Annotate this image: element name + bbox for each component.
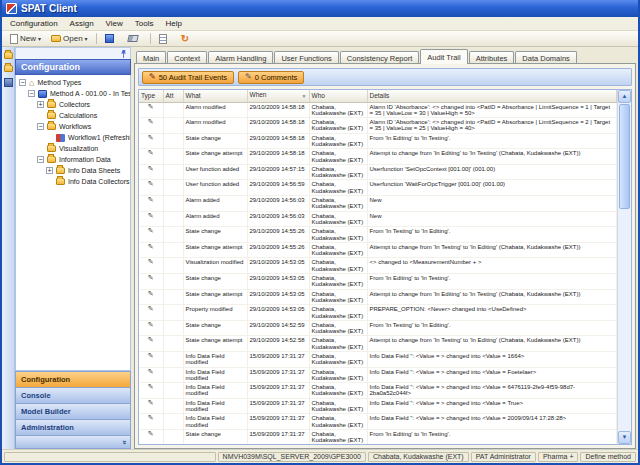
tree-expander-icon[interactable]: −	[37, 123, 44, 130]
status-segment-pat-administrator: PAT Administrator	[471, 452, 536, 462]
toolbar-button[interactable]	[101, 32, 122, 45]
nav-button-configuration[interactable]: Configuration	[16, 372, 130, 388]
cell-who: Chabata, Kudakwashe (EXT)	[309, 367, 367, 383]
tree-expander-icon[interactable]: −	[37, 156, 44, 163]
nav-button-administration[interactable]: Administration	[16, 420, 130, 436]
table-row-state-change[interactable]: ✎ State change 29/10/2009 14:58:18 Chaba…	[139, 133, 617, 149]
table-row-info-data-field-modified[interactable]: ✎ Info Data Field modified 15/09/2009 17…	[139, 398, 617, 414]
table-row-info-data-field-modified[interactable]: ✎ Info Data Field modified 15/09/2009 17…	[139, 352, 617, 368]
tree-expander-icon[interactable]: −	[19, 79, 26, 86]
scrollbar-thumb[interactable]	[619, 104, 630, 209]
table-row-state-change-attempt[interactable]: ✎ State change attempt 29/10/2009 14:55:…	[139, 242, 617, 258]
pin-icon[interactable]	[120, 50, 127, 58]
table-row-state-change-attempt[interactable]: ✎ State change attempt 29/10/2009 14:58:…	[139, 149, 617, 165]
table-row-info-data-field-modified[interactable]: ✎ Info Data Field modified 15/09/2009 17…	[139, 414, 617, 430]
table-row-info-data-field-modified[interactable]: ✎ Info Data Field modified 15/09/2009 17…	[139, 383, 617, 399]
cell-type: ✎	[139, 383, 163, 399]
folder-icon[interactable]	[4, 65, 13, 72]
cell-att	[163, 164, 183, 180]
cell-who: Chabata, Kudakwashe (EXT)	[309, 118, 367, 134]
column-header-att[interactable]: Att	[163, 90, 183, 102]
nav-button-model-builder[interactable]: Model Builder	[16, 404, 130, 420]
edit-pencil-icon: ✎	[148, 196, 154, 203]
toolbar-button[interactable]	[155, 32, 175, 46]
column-header-type[interactable]: Type	[139, 90, 163, 102]
table-row-visualization-modified[interactable]: ✎ Visualization modified 29/10/2009 14:5…	[139, 258, 617, 274]
cell-att	[163, 118, 183, 134]
tree-node-workflow1-refreshbackground[interactable]: Workflow1 (RefreshBackground)	[16, 132, 130, 143]
scroll-up-arrow[interactable]: ▲	[618, 90, 631, 103]
column-header-what[interactable]: What	[183, 90, 247, 102]
cell-att	[163, 414, 183, 430]
tree-node-label: Info Data Sheets	[68, 167, 120, 174]
tree-node-visualization[interactable]: Visualization	[16, 143, 130, 154]
folder-icon[interactable]	[4, 52, 13, 59]
toolbar-button[interactable]	[124, 33, 146, 44]
table-row-alarm-modified[interactable]: ✎ Alarm modified 29/10/2009 14:58:18 Cha…	[139, 102, 617, 118]
tab-audit-trail[interactable]: Audit Trail	[420, 49, 467, 64]
disk-icon[interactable]	[4, 78, 13, 87]
toolbar-button[interactable]	[96, 33, 97, 44]
column-header-when[interactable]: When▼	[247, 90, 309, 102]
table-row-alarm-modified[interactable]: ✎ Alarm modified 29/10/2009 14:58:18 Cha…	[139, 118, 617, 134]
cell-att	[163, 102, 183, 118]
vertical-scrollbar[interactable]: ▲ ▼	[617, 90, 631, 444]
scroll-down-arrow[interactable]: ▼	[618, 431, 631, 444]
cell-type: ✎	[139, 398, 163, 414]
column-header-who[interactable]: Who	[309, 90, 367, 102]
table-row-state-change-attempt[interactable]: ✎ State change attempt 29/10/2009 14:52:…	[139, 336, 617, 352]
comments-button[interactable]: ✎ 0 Comments	[238, 71, 304, 84]
tree-node-workflows[interactable]: − Workflows	[16, 121, 130, 132]
tree-node-method-a-001-00-in-testing[interactable]: − Method A - 001.00 - In Testing	[16, 88, 130, 99]
cell-details: From 'In Editing' to 'In Testing'.	[367, 133, 617, 149]
cell-what: Alarm modified	[183, 118, 247, 134]
toolbar-button-open[interactable]: Open ▾	[47, 32, 92, 45]
table-row-state-change-attempt[interactable]: ✎ State change attempt 29/10/2009 14:53:…	[139, 289, 617, 305]
table-row-state-change[interactable]: ✎ State change 29/10/2009 14:52:59 Chaba…	[139, 320, 617, 336]
tree-node-info-data-collectors[interactable]: Info Data Collectors	[16, 176, 130, 187]
menu-item-view[interactable]: View	[100, 18, 129, 30]
table-row-info-data-field-modified[interactable]: ✎ Info Data Field modified 15/09/2009 17…	[139, 367, 617, 383]
tree-node-information-data[interactable]: − Information Data	[16, 154, 130, 165]
column-header-details[interactable]: Details	[367, 90, 617, 102]
tree-expander-icon[interactable]: +	[37, 101, 44, 108]
tree-expander-icon[interactable]: −	[28, 90, 35, 97]
menu-item-tools[interactable]: Tools	[129, 18, 160, 30]
menu-item-configuration[interactable]: Configuration	[4, 18, 64, 30]
edit-pencil-icon: ✎	[148, 368, 154, 375]
cell-type: ✎	[139, 227, 163, 243]
table-row-property-modified[interactable]: ✎ Property modified 29/10/2009 14:53:05 …	[139, 305, 617, 321]
table-row-alarm-added[interactable]: ✎ Alarm added 29/10/2009 14:56:03 Chabat…	[139, 196, 617, 212]
scrollbar-track[interactable]	[618, 210, 631, 431]
table-row-state-change[interactable]: ✎ State change 29/10/2009 14:55:26 Chaba…	[139, 227, 617, 243]
menu-item-help[interactable]: Help	[160, 18, 188, 30]
toolbar-button[interactable]	[177, 32, 197, 46]
cell-type: ✎	[139, 336, 163, 352]
comments-label: 0 Comments	[255, 73, 298, 82]
toolbar-button-new[interactable]: New ▾	[6, 32, 45, 46]
nav-button-console[interactable]: Console	[16, 388, 130, 404]
audit-trail-events-button[interactable]: ✎ 50 Audit Trail Events	[142, 71, 234, 84]
tree-node-label: Calculations	[59, 112, 97, 119]
tree-node-info-data-sheets[interactable]: + Info Data Sheets	[16, 165, 130, 176]
cell-when: 15/09/2009 17:31:37	[247, 367, 309, 383]
table-row-user-function-added[interactable]: ✎ User function added 29/10/2009 14:57:1…	[139, 164, 617, 180]
title-bar[interactable]: SPAT Client	[2, 0, 638, 17]
table-row-alarm-added[interactable]: ✎ Alarm added 29/10/2009 14:56:03 Chabat…	[139, 211, 617, 227]
tree-expander-icon[interactable]: +	[46, 167, 53, 174]
menu-item-assign[interactable]: Assign	[64, 18, 100, 30]
table-row-state-change[interactable]: ✎ State change 15/09/2009 17:31:37 Chaba…	[139, 429, 617, 444]
table-row-user-function-added[interactable]: ✎ User function added 29/10/2009 14:56:5…	[139, 180, 617, 196]
toolbar-button[interactable]	[150, 33, 151, 44]
folder-icon	[47, 156, 56, 163]
table-row-state-change[interactable]: ✎ State change 29/10/2009 14:53:05 Chaba…	[139, 274, 617, 290]
nav-footer: »	[15, 436, 131, 449]
chevron-expand-icon[interactable]: »	[119, 440, 128, 444]
edit-pencil-icon: ✎	[148, 118, 154, 125]
tree-node-label: Collectors	[59, 101, 90, 108]
tree-node-calculations[interactable]: Calculations	[16, 110, 130, 121]
workflow-icon	[56, 134, 65, 142]
status-segment-nmvh039m-sql-server-2009-gpe3000: NMVH039M\SQL_SERVER_2009\GPE3000	[218, 452, 366, 462]
tree-node-collectors[interactable]: + Collectors	[16, 99, 130, 110]
tree-node-method-types[interactable]: − Method Types	[16, 77, 130, 88]
